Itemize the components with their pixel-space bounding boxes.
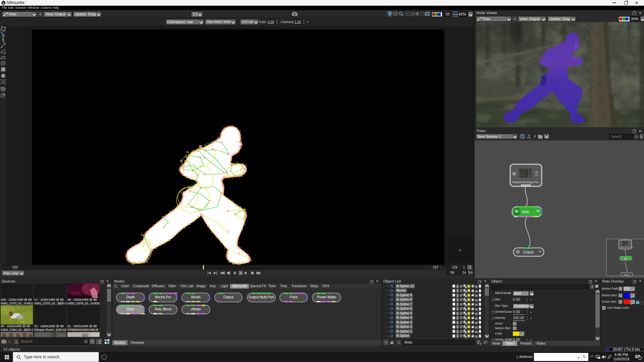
svg-text:S: S <box>3 2 5 5</box>
svg-text:Output: Output <box>624 274 629 276</box>
svg-text:Roto: Roto <box>624 257 628 259</box>
svg-text:Output: Output <box>523 250 533 254</box>
svg-text:Filmpac Running Pris...: Filmpac Running Pris... <box>512 181 540 184</box>
svg-text:Filmpac Running Pris...: Filmpac Running Pris... <box>620 246 634 248</box>
svg-text:Roto: Roto <box>522 210 529 214</box>
svg-text:7: 7 <box>639 357 641 360</box>
